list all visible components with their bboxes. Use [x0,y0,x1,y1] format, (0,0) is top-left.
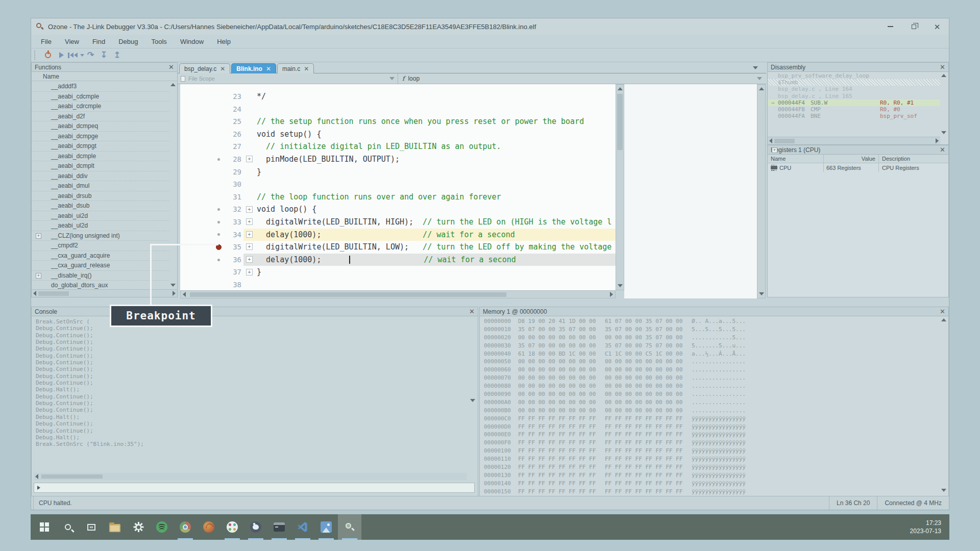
disassembly-thumb-row[interactable]: $Thumb [768,79,940,86]
expand-icon[interactable]: + [36,273,41,279]
memory-row[interactable]: 00000150FF FF FF FF FF FF FF FFFF FF FF … [484,488,939,496]
registers-col-name[interactable]: Name [768,155,824,163]
disassembly-instruction[interactable]: 000044FABNEbsp_prv_sof [768,113,940,119]
functions-list-item[interactable]: __aeabi_dcmpeq [32,121,169,132]
editor-vscrollbar[interactable] [616,84,624,290]
scroll-up-icon[interactable] [759,87,764,90]
close-button[interactable]: ✕ [925,18,949,35]
menu-item-debug[interactable]: Debug [112,35,144,48]
tab-close-icon[interactable]: ✕ [266,65,271,72]
gutter-marker-column[interactable] [180,166,225,179]
functions-list-item[interactable]: __aeabi_ui2d [32,211,169,221]
memory-row[interactable]: 0000008000 00 00 00 00 00 00 0000 00 00 … [484,382,939,390]
disassembly-scroll-down-icon[interactable] [941,131,946,134]
editor-hscrollbar[interactable] [180,290,616,298]
scroll-left-icon[interactable] [35,474,38,479]
fold-expand-icon[interactable]: + [246,156,253,162]
line-number[interactable]: 34 [225,229,243,241]
memory-row[interactable]: 00000120FF FF FF FF FF FF FF FFFF FF FF … [484,463,939,471]
gutter-marker-column[interactable] [180,191,225,204]
expand-icon[interactable]: + [36,233,41,239]
registers-col-description[interactable]: Description [879,155,948,163]
gutter-marker-column[interactable] [180,229,225,241]
fold-expand-icon[interactable]: + [246,256,253,263]
memory-row[interactable]: 0000006000 00 00 00 00 00 00 0000 00 00 … [484,366,939,374]
memory-row[interactable]: 00000130FF FF FF FF FF FF FF FFFF FF FF … [484,471,939,480]
taskbar-item-ozone[interactable] [338,514,361,540]
memory-row[interactable]: 00000000D8 19 00 20 41 1D 00 0061 07 00 … [484,317,939,325]
line-number[interactable]: 33 [225,216,243,229]
functions-list-item[interactable]: __aeabi_dcmpgt [32,141,169,152]
functions-list-item[interactable]: __cxa_guard_acquire [32,251,169,261]
code-line[interactable]: 23*/ [180,90,616,103]
functions-list-item[interactable]: __aeabi_dsub [32,201,169,211]
disassembly-hscrollbar[interactable] [768,137,940,144]
taskbar-item-github[interactable] [244,514,267,540]
console-hscrollbar[interactable] [34,473,467,480]
memory-row[interactable]: 0000009000 00 00 00 00 00 00 0000 00 00 … [484,390,939,398]
taskbar-item-start[interactable] [33,514,56,540]
memory-row[interactable]: 0000005000 00 00 00 00 00 00 0000 00 00 … [484,358,939,366]
functions-list-item[interactable]: __aeabi_dmul [32,181,169,191]
fold-expand-icon[interactable]: + [246,206,253,213]
taskbar-item-file-explorer[interactable] [103,514,127,540]
taskbar-item-vscode[interactable] [291,514,314,540]
reset-button[interactable] [68,49,84,61]
scrollbar-thumb[interactable] [190,292,506,297]
gutter-marker-column[interactable] [180,115,225,128]
restore-button[interactable] [902,18,925,35]
memory-close-button[interactable]: ✕ [940,308,945,315]
memory-row[interactable]: 000000C0FF FF FF FF FF FF FF FFFF FF FF … [484,415,939,423]
menu-item-tools[interactable]: Tools [145,35,174,48]
disassembly-src-row[interactable]: bsp_delay.c , Line 165 [768,93,940,99]
expand-icon[interactable]: + [772,147,777,153]
scrollbar-thumb[interactable] [41,474,103,479]
memory-row[interactable]: 00000100FF FF FF FF FF FF FF FFFF FF FF … [484,447,939,455]
memory-row[interactable]: 000000B000 00 00 00 00 00 00 0000 00 00 … [484,407,939,415]
functions-list-item[interactable]: __aeabi_cdrcmple [32,102,169,112]
line-number[interactable]: 29 [225,166,243,179]
scroll-up-icon[interactable] [618,87,623,90]
memory-row[interactable]: 000000A000 00 00 00 00 00 00 0000 00 00 … [484,398,939,407]
memory-scroll-down-icon[interactable] [941,489,946,492]
fold-expand-icon[interactable]: + [246,218,253,225]
memory-row[interactable]: 00000140FF FF FF FF FF FF FF FFFF FF FF … [484,480,939,488]
fold-expand-icon[interactable]: + [246,231,253,238]
editor-tab-bsp_delay-c[interactable]: bsp_delay.c✕ [179,63,230,73]
chevron-down-icon[interactable] [757,77,762,80]
line-number[interactable]: 35 [225,241,243,254]
line-number[interactable]: 26 [225,128,243,141]
step-out-button[interactable]: ↥ [111,49,124,61]
gutter-marker-column[interactable] [180,128,225,141]
gutter-marker-column[interactable] [180,266,225,279]
memory-row[interactable]: 000000D0FF FF FF FF FF FF FF FFFF FF FF … [484,423,939,431]
console-close-button[interactable]: ✕ [469,308,475,315]
functions-hscrollbar[interactable] [32,289,177,297]
file-scope-selector[interactable]: File Scope [178,73,398,84]
code-line[interactable]: 32+void loop() { [180,203,616,216]
functions-list-item[interactable]: __aeabi_ddiv [32,171,169,182]
memory-row[interactable]: 0000004061 18 00 00 BD 1C 00 00C1 1C 00 … [484,350,939,358]
code-line[interactable]: 30 [180,178,616,191]
taskbar-item-slack[interactable] [220,514,244,540]
fold-expand-icon[interactable]: + [246,243,253,250]
functions-list-item[interactable]: +__CLZ(long unsigned int) [32,231,169,241]
code-line[interactable]: 28+ pinMode(LED_BUILTIN, OUTPUT); [180,153,616,166]
disassembly-label-row[interactable]: bsp_prv_software_delay_loop [768,72,940,79]
functions-column-header[interactable]: Name [32,72,177,81]
gutter-marker-column[interactable] [180,90,225,103]
functions-scroll-up-icon[interactable] [170,83,176,86]
resume-button[interactable] [55,49,68,61]
memory-row[interactable]: 0000007000 00 00 00 00 00 00 0000 00 00 … [484,374,939,382]
gutter-marker-column[interactable] [180,178,225,191]
scrollbar-thumb[interactable] [617,94,623,150]
step-over-button[interactable]: ↷ [84,49,97,61]
gutter-marker-column[interactable] [180,203,225,216]
disassembly-instruction[interactable]: 000044F8CMPR0, #0 [768,106,940,113]
line-number[interactable]: 31 [225,191,243,204]
menu-item-window[interactable]: Window [174,35,210,48]
disassembly-instruction[interactable]: ⇒000044F4SUB.WR0, R0, #1 [768,99,940,106]
taskbar-item-task-view[interactable] [80,514,103,540]
minimize-button[interactable] [878,18,902,35]
code-line[interactable]: 29} [180,166,616,179]
